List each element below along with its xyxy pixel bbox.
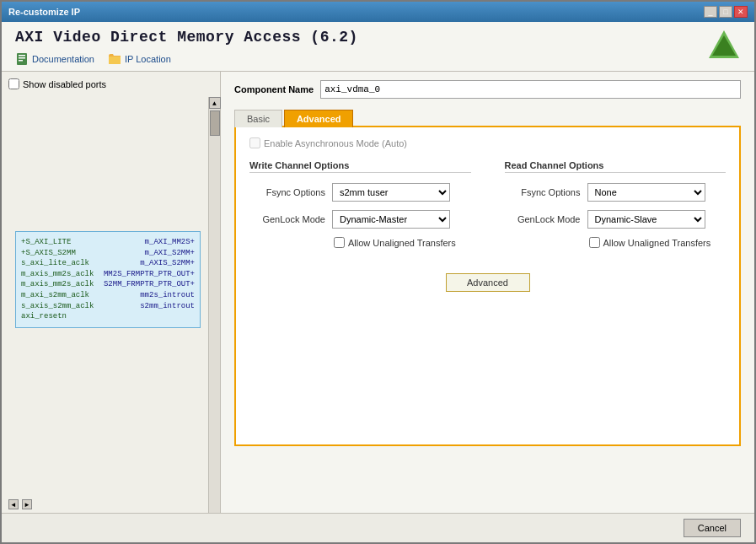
show-disabled-ports-row: Show disabled ports <box>8 78 213 89</box>
main-content: Show disabled ports ▲ +S_AXI_LITE m_AXI_… <box>2 72 754 513</box>
right-panel: Component Name Basic Advanced Enable <box>221 72 754 513</box>
show-disabled-ports-label: Show disabled ports <box>23 79 106 89</box>
app-header: AXI Video Direct Memory Access (6.2) Doc… <box>2 22 754 72</box>
write-unaligned-label: Allow Unaligned Transfers <box>348 238 456 248</box>
toolbar: Documentation IP Location <box>15 51 741 67</box>
component-diagram: +S_AXI_LITE m_AXI_MM2S+ +S_AXIS_S2MM m_A… <box>15 231 201 328</box>
scroll-up-arrow[interactable]: ▲ <box>209 97 221 109</box>
tab-advanced-label: Advanced <box>297 114 341 124</box>
doc-label: Documentation <box>32 54 94 64</box>
window-footer: Cancel <box>2 513 754 542</box>
tab-basic-label: Basic <box>247 114 270 124</box>
diagram-port-s-axi-lite: +S_AXI_LITE <box>21 237 71 248</box>
write-fsync-select[interactable]: s2mm tuser None Both <box>332 183 450 202</box>
component-name-row: Component Name <box>234 80 741 99</box>
write-fsync-row: Fsync Options s2mm tuser None Both <box>249 183 471 202</box>
component-name-input[interactable] <box>320 80 741 99</box>
maximize-button[interactable]: □ <box>719 6 732 18</box>
left-panel: Show disabled ports ▲ +S_AXI_LITE m_AXI_… <box>2 72 221 513</box>
diagram-port-s-axis-s2mm: +S_AXIS_S2MM <box>21 248 76 259</box>
settings-panel: Enable Asynchronous Mode (Auto) Write Ch… <box>234 126 741 446</box>
diagram-port-s2mm-ptr-out: S2MM_FRMPTR_PTR_OUT+ <box>104 279 195 290</box>
diagram-port-s2mm-introut: s2mm_introut <box>140 301 195 312</box>
diagram-port-m-axi-s2mm: m_AXI_S2MM+ <box>145 248 195 259</box>
write-channel-title: Write Channel Options <box>249 160 471 173</box>
component-name-label: Component Name <box>234 84 314 94</box>
window-title: Re-customize IP <box>8 7 80 17</box>
scroll-left-arrow[interactable]: ◄ <box>8 499 19 509</box>
diagram-port-s-axis-aclk: s_axis_s2mm_aclk <box>21 301 94 312</box>
svg-rect-3 <box>19 60 23 62</box>
documentation-link[interactable]: Documentation <box>15 52 94 66</box>
read-fsync-label: Fsync Options <box>505 187 581 197</box>
read-unaligned-row: Allow Unaligned Transfers <box>589 237 727 248</box>
folder-icon <box>108 52 121 66</box>
app-title: AXI Video Direct Memory Access (6.2) <box>15 29 741 46</box>
xilinx-logo <box>707 29 741 66</box>
write-genlock-select[interactable]: Dynamic-Master Dynamic-Slave Master Slav… <box>332 210 450 229</box>
doc-icon <box>15 52 29 66</box>
main-window: Re-customize IP _ □ ✕ AXI Video Direct M… <box>0 0 756 544</box>
write-unaligned-row: Allow Unaligned Transfers <box>334 237 471 248</box>
diagram-port-m-axi-mm2s: m_AXI_MM2S+ <box>145 237 195 248</box>
svg-rect-2 <box>19 57 25 59</box>
channel-options: Write Channel Options Fsync Options s2mm… <box>249 160 726 248</box>
async-mode-row: Enable Asynchronous Mode (Auto) <box>249 137 726 148</box>
svg-rect-1 <box>19 55 25 57</box>
title-bar-controls: _ □ ✕ <box>704 6 748 18</box>
cancel-button[interactable]: Cancel <box>684 519 741 537</box>
read-fsync-select[interactable]: None s2mm tuser Both <box>587 183 705 202</box>
scroll-thumb[interactable] <box>210 110 220 136</box>
show-disabled-ports-checkbox[interactable] <box>8 78 19 89</box>
diagram-port-mm2s-aclk1: m_axis_mm2s_aclk <box>21 269 94 280</box>
left-vertical-scrollbar[interactable]: ▲ <box>208 97 220 513</box>
diagram-port-mm2s-ptr-out: MM2S_FRMPTR_PTR_OUT+ <box>104 269 195 280</box>
diagram-port-resetn: axi_resetn <box>21 311 67 322</box>
ip-location-link[interactable]: IP Location <box>108 52 171 66</box>
write-fsync-label: Fsync Options <box>249 187 325 197</box>
diagram-port-m-axis-s2mm: m_AXIS_S2MM+ <box>140 258 195 269</box>
read-genlock-select[interactable]: Dynamic-Slave Dynamic-Master Master Slav… <box>587 210 705 229</box>
read-fsync-row: Fsync Options None s2mm tuser Both <box>505 183 727 202</box>
diagram-port-mm2s-aclk2: m_axis_mm2s_aclk <box>21 279 94 290</box>
async-mode-label: Enable Asynchronous Mode (Auto) <box>249 137 407 148</box>
write-unaligned-checkbox[interactable] <box>334 237 345 248</box>
diagram-port-s2mm-aclk: m_axi_s2mm_aclk <box>21 290 89 301</box>
read-genlock-label: GenLock Mode <box>505 214 581 224</box>
tab-advanced[interactable]: Advanced <box>284 110 354 127</box>
diagram-port-axi-lite-aclk: s_axi_lite_aclk <box>21 258 89 269</box>
write-genlock-label: GenLock Mode <box>249 214 325 224</box>
read-genlock-row: GenLock Mode Dynamic-Slave Dynamic-Maste… <box>505 210 727 229</box>
read-channel-title: Read Channel Options <box>505 160 727 173</box>
scroll-right-arrow[interactable]: ► <box>22 499 32 509</box>
ip-location-label: IP Location <box>125 54 171 64</box>
read-unaligned-label: Allow Unaligned Transfers <box>603 238 711 248</box>
tabs-container: Basic Advanced <box>234 109 741 127</box>
bottom-scroll-arrows: ◄ ► <box>8 499 32 509</box>
tab-basic[interactable]: Basic <box>234 110 282 127</box>
title-bar: Re-customize IP _ □ ✕ <box>2 2 754 22</box>
diagram-port-mm2s-introut: mm2s_introut <box>140 290 195 301</box>
write-genlock-row: GenLock Mode Dynamic-Master Dynamic-Slav… <box>249 210 471 229</box>
read-channel-group: Read Channel Options Fsync Options None … <box>505 160 727 248</box>
read-unaligned-checkbox[interactable] <box>589 237 600 248</box>
close-button[interactable]: ✕ <box>734 6 748 18</box>
write-channel-group: Write Channel Options Fsync Options s2mm… <box>249 160 471 248</box>
advanced-button[interactable]: Advanced <box>446 273 530 292</box>
async-mode-checkbox <box>249 137 260 148</box>
minimize-button[interactable]: _ <box>704 6 717 18</box>
